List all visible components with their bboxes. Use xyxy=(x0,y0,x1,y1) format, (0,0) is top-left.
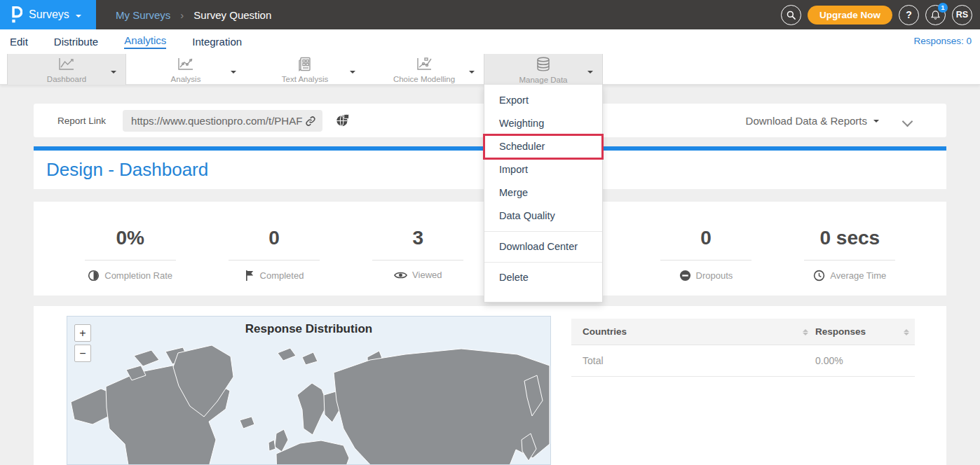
top-bar: Surveys My Surveys › Survey Question Upg… xyxy=(0,0,980,29)
minus-circle-icon xyxy=(679,270,691,282)
stat-label: Completed xyxy=(260,270,304,281)
help-button[interactable]: ? xyxy=(899,5,919,25)
stat-label: Dropouts xyxy=(696,270,733,281)
countries-table-header: Countries Responses xyxy=(571,319,915,345)
chevron-down-icon xyxy=(350,71,355,76)
menu-item-import[interactable]: Import xyxy=(484,158,602,181)
stat-completion-rate: 0% Completion Rate xyxy=(58,202,202,296)
stat-viewed: 3 Viewed xyxy=(346,202,490,296)
row-responses: 0.00% xyxy=(815,345,843,377)
tab-label: Analysis xyxy=(126,75,245,83)
tab-manage-data[interactable]: Manage Data xyxy=(484,54,603,85)
report-link-url: https://www.questionpro.com/t/PHAF xyxy=(131,115,302,127)
search-button[interactable] xyxy=(781,5,801,25)
tab-text-analysis[interactable]: Text Analysis xyxy=(245,54,365,85)
menu-divider xyxy=(484,262,602,263)
sort-icon[interactable] xyxy=(904,326,909,338)
map-zoom-in-button[interactable]: + xyxy=(74,324,91,342)
row-country: Total xyxy=(583,345,604,377)
chevron-down-icon xyxy=(469,71,475,76)
chevron-down-icon xyxy=(76,15,81,20)
map-title: Response Distribution xyxy=(67,322,550,336)
upgrade-now-button[interactable]: Upgrade Now xyxy=(808,6,892,25)
chevron-down-icon xyxy=(902,116,913,127)
tab-label: Text Analysis xyxy=(245,75,365,83)
database-icon xyxy=(535,57,552,75)
stat-divider xyxy=(372,260,463,261)
tab-dashboard[interactable]: Dashboard xyxy=(7,54,126,85)
breadcrumb: My Surveys › Survey Question xyxy=(116,0,271,29)
analytics-toolbar: Dashboard Analysis Text Analysis xyxy=(0,54,980,85)
breadcrumb-separator-icon: › xyxy=(180,9,184,21)
column-header-countries[interactable]: Countries xyxy=(583,319,627,345)
countries-table: Countries Responses Total 0.00% xyxy=(571,319,915,377)
column-header-responses[interactable]: Responses xyxy=(815,319,866,345)
clock-icon xyxy=(813,270,825,282)
nav-item-analytics[interactable]: Analytics xyxy=(124,34,166,49)
menu-item-export[interactable]: Export xyxy=(484,89,602,112)
stat-value: 3 xyxy=(346,227,490,249)
breadcrumb-current: Survey Question xyxy=(193,9,271,21)
menu-divider xyxy=(484,231,602,232)
stat-label: Viewed xyxy=(412,270,442,280)
stat-value: 0 xyxy=(634,227,777,249)
report-privacy-button[interactable] xyxy=(335,113,350,127)
notifications-button[interactable]: 1 xyxy=(925,5,946,25)
menu-item-data-quality[interactable]: Data Quality xyxy=(484,204,602,228)
map-zoom-out-button[interactable]: − xyxy=(74,345,91,362)
responses-count: Responses: 0 xyxy=(913,29,972,53)
flag-icon xyxy=(245,270,255,282)
menu-item-scheduler[interactable]: Scheduler xyxy=(484,135,602,158)
model-chart-icon xyxy=(415,57,433,74)
manage-data-dropdown-menu: Export Weighting Scheduler Import Merge … xyxy=(484,85,603,303)
eye-icon xyxy=(394,270,407,280)
breadcrumb-my-surveys[interactable]: My Surveys xyxy=(116,9,170,21)
menu-item-delete[interactable]: Delete xyxy=(484,266,602,289)
product-name: Surveys xyxy=(29,8,69,21)
download-data-reports-dropdown[interactable]: Download Data & Reports xyxy=(746,115,879,127)
nav-item-edit[interactable]: Edit xyxy=(10,36,28,48)
stat-label: Completion Rate xyxy=(104,270,172,281)
survey-nav-bar: Edit Distribute Analytics Integration Re… xyxy=(0,29,980,54)
scatter-chart-icon xyxy=(177,57,195,74)
menu-item-merge[interactable]: Merge xyxy=(484,181,602,204)
globe-lock-icon xyxy=(335,113,350,127)
nav-item-distribute[interactable]: Distribute xyxy=(54,36,98,48)
line-chart-icon xyxy=(57,57,76,74)
topbar-actions: Upgrade Now ? 1 RS xyxy=(781,0,972,29)
tab-choice-modelling[interactable]: Choice Modelling xyxy=(365,54,484,85)
nav-item-integration[interactable]: Integration xyxy=(192,36,242,48)
chevron-down-icon xyxy=(587,71,593,76)
collapse-panel-button[interactable] xyxy=(904,116,911,128)
tab-label: Manage Data xyxy=(484,76,602,84)
menu-item-weighting[interactable]: Weighting xyxy=(484,112,602,135)
stat-divider xyxy=(85,260,176,261)
search-icon xyxy=(786,10,796,20)
stat-value: 0 xyxy=(202,227,346,249)
chevron-down-icon xyxy=(873,120,879,125)
menu-item-download-center[interactable]: Download Center xyxy=(484,235,602,258)
sort-icon[interactable] xyxy=(803,326,808,338)
report-link-input[interactable]: https://www.questionpro.com/t/PHAF xyxy=(123,110,322,132)
download-data-reports-label: Download Data & Reports xyxy=(746,115,867,127)
questionpro-logo-icon xyxy=(9,6,22,24)
app-logo-surveys-menu[interactable]: Surveys xyxy=(0,0,96,29)
avatar[interactable]: RS xyxy=(952,5,972,25)
stat-divider xyxy=(660,260,751,261)
link-icon xyxy=(304,115,317,127)
world-map[interactable]: Response Distribution + − xyxy=(67,316,551,465)
stat-divider xyxy=(229,260,320,261)
stat-value: 0 secs xyxy=(778,227,922,249)
chevron-down-icon xyxy=(111,71,116,76)
tab-label: Choice Modelling xyxy=(365,75,484,83)
stat-divider xyxy=(804,260,895,261)
avatar-initials: RS xyxy=(956,10,968,20)
document-icon xyxy=(297,57,313,74)
report-link-label: Report Link xyxy=(57,116,106,126)
map-zoom-controls: + − xyxy=(74,324,91,362)
chevron-down-icon xyxy=(231,71,236,76)
question-mark-icon: ? xyxy=(906,9,912,20)
stat-completed: 0 Completed xyxy=(202,202,346,296)
stat-value: 0% xyxy=(58,227,202,249)
tab-analysis[interactable]: Analysis xyxy=(126,54,245,85)
